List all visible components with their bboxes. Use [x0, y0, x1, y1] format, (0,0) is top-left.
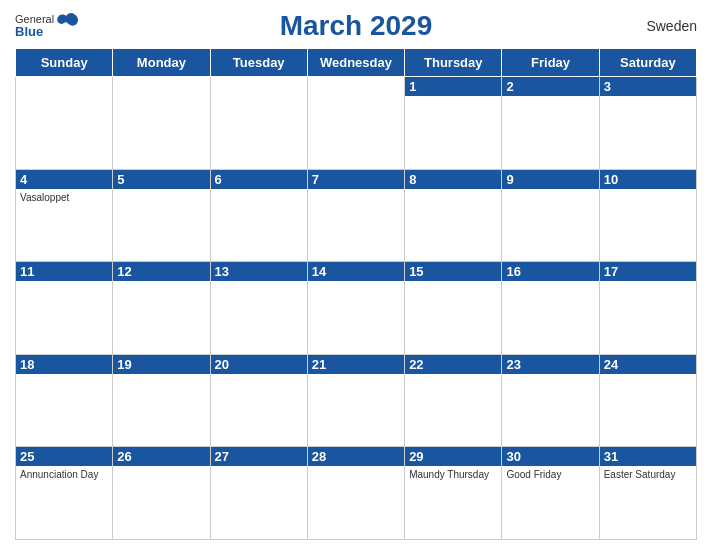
day-number: 28 — [312, 449, 326, 464]
day-number: 9 — [506, 172, 513, 187]
day-number: 30 — [506, 449, 520, 464]
col-wednesday: Wednesday — [307, 49, 404, 77]
calendar-title: March 2029 — [280, 10, 433, 42]
day-number: 31 — [604, 449, 618, 464]
day-number: 23 — [506, 357, 520, 372]
day-number: 13 — [215, 264, 229, 279]
col-friday: Friday — [502, 49, 599, 77]
calendar-cell: 11 — [16, 262, 113, 355]
calendar-cell: 5 — [113, 169, 210, 262]
day-number: 24 — [604, 357, 618, 372]
day-number: 14 — [312, 264, 326, 279]
calendar-header: General Blue March 2029 Sweden — [15, 10, 697, 42]
calendar-cell: 19 — [113, 354, 210, 447]
calendar-cell: 31Easter Saturday — [599, 447, 696, 540]
calendar-cell: 21 — [307, 354, 404, 447]
day-number: 16 — [506, 264, 520, 279]
day-number: 20 — [215, 357, 229, 372]
calendar-cell: 6 — [210, 169, 307, 262]
calendar-cell: 24 — [599, 354, 696, 447]
calendar-week-5: 25Annunciation Day26272829Maundy Thursda… — [16, 447, 697, 540]
calendar-cell: 28 — [307, 447, 404, 540]
event-label: Good Friday — [506, 469, 594, 480]
country-label: Sweden — [646, 18, 697, 34]
calendar-cell: 27 — [210, 447, 307, 540]
event-label: Easter Saturday — [604, 469, 692, 480]
calendar-cell: 23 — [502, 354, 599, 447]
calendar-cell: 8 — [405, 169, 502, 262]
logo-bird-icon — [56, 12, 78, 32]
day-number: 3 — [604, 79, 611, 94]
day-number: 7 — [312, 172, 319, 187]
day-number: 4 — [20, 172, 27, 187]
logo-blue-text: Blue — [15, 25, 54, 39]
calendar-week-1: 123 — [16, 77, 697, 170]
calendar-cell — [307, 77, 404, 170]
calendar-cell: 14 — [307, 262, 404, 355]
calendar-week-4: 18192021222324 — [16, 354, 697, 447]
calendar-cell: 20 — [210, 354, 307, 447]
col-saturday: Saturday — [599, 49, 696, 77]
day-number: 15 — [409, 264, 423, 279]
calendar-cell: 1 — [405, 77, 502, 170]
calendar-cell: 17 — [599, 262, 696, 355]
day-number: 8 — [409, 172, 416, 187]
calendar-cell: 13 — [210, 262, 307, 355]
calendar-cell: 18 — [16, 354, 113, 447]
col-thursday: Thursday — [405, 49, 502, 77]
calendar-cell: 25Annunciation Day — [16, 447, 113, 540]
day-number: 18 — [20, 357, 34, 372]
calendar-cell: 26 — [113, 447, 210, 540]
day-number: 19 — [117, 357, 131, 372]
day-number: 1 — [409, 79, 416, 94]
calendar-week-2: 4Vasaloppet5678910 — [16, 169, 697, 262]
day-number: 10 — [604, 172, 618, 187]
day-number: 26 — [117, 449, 131, 464]
days-of-week-row: Sunday Monday Tuesday Wednesday Thursday… — [16, 49, 697, 77]
calendar-table: Sunday Monday Tuesday Wednesday Thursday… — [15, 48, 697, 540]
event-label: Annunciation Day — [20, 469, 108, 480]
day-number: 11 — [20, 264, 34, 279]
calendar-cell — [210, 77, 307, 170]
calendar-cell — [16, 77, 113, 170]
col-monday: Monday — [113, 49, 210, 77]
col-tuesday: Tuesday — [210, 49, 307, 77]
calendar-cell: 16 — [502, 262, 599, 355]
day-number: 21 — [312, 357, 326, 372]
calendar-cell: 3 — [599, 77, 696, 170]
calendar-cell: 10 — [599, 169, 696, 262]
calendar-cell: 9 — [502, 169, 599, 262]
col-sunday: Sunday — [16, 49, 113, 77]
day-number: 25 — [20, 449, 34, 464]
day-number: 6 — [215, 172, 222, 187]
day-number: 17 — [604, 264, 618, 279]
calendar-week-3: 11121314151617 — [16, 262, 697, 355]
calendar-cell: 7 — [307, 169, 404, 262]
day-number: 2 — [506, 79, 513, 94]
calendar-cell — [113, 77, 210, 170]
calendar-cell: 22 — [405, 354, 502, 447]
calendar-cell: 30Good Friday — [502, 447, 599, 540]
calendar-cell: 15 — [405, 262, 502, 355]
calendar-cell: 29Maundy Thursday — [405, 447, 502, 540]
event-label: Maundy Thursday — [409, 469, 497, 480]
day-number: 12 — [117, 264, 131, 279]
day-number: 29 — [409, 449, 423, 464]
event-label: Vasaloppet — [20, 192, 108, 203]
day-number: 27 — [215, 449, 229, 464]
logo: General Blue — [15, 13, 78, 39]
calendar-cell: 2 — [502, 77, 599, 170]
calendar-cell: 12 — [113, 262, 210, 355]
day-number: 22 — [409, 357, 423, 372]
calendar-cell: 4Vasaloppet — [16, 169, 113, 262]
day-number: 5 — [117, 172, 124, 187]
